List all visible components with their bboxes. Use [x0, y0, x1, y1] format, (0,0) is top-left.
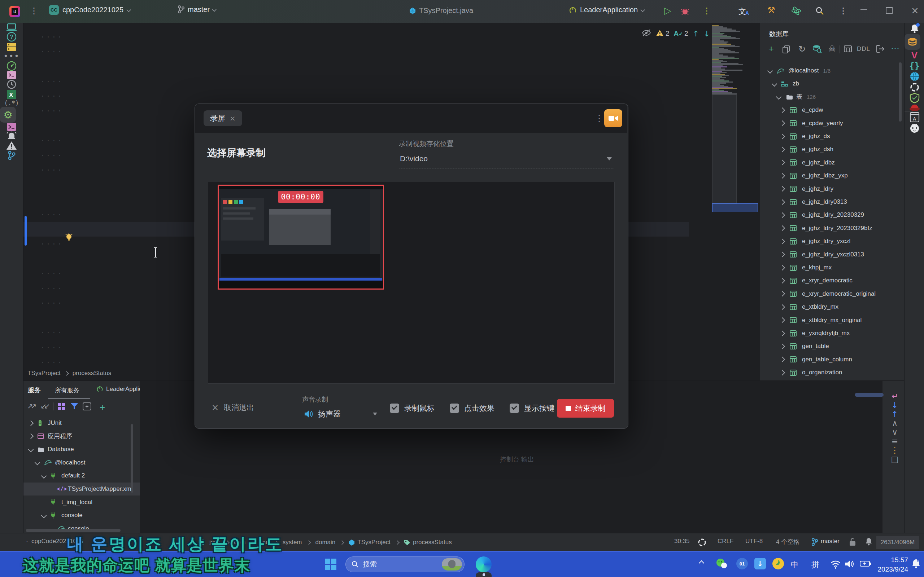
status-path-segment[interactable]: processStatus	[404, 539, 452, 546]
recorder-app-button[interactable]	[604, 109, 622, 127]
vacuum-skull-icon[interactable]: ☠	[828, 44, 836, 53]
dashboard-icon[interactable]	[0, 61, 23, 71]
wechat-tray-icon[interactable]	[716, 558, 728, 571]
code-line[interactable]: 19	[0, 59, 689, 74]
recording-option-checkbox[interactable]: 点击效果	[450, 403, 494, 413]
chevron-right-icon[interactable]	[395, 540, 399, 545]
chevron-right-icon[interactable]	[780, 134, 785, 139]
expand-icon[interactable]: ∧	[886, 419, 904, 428]
ddl-button[interactable]: DDL	[857, 45, 870, 53]
wrap-icon[interactable]: ↵	[886, 392, 904, 401]
chevron-right-icon[interactable]	[780, 199, 785, 205]
clear-icon[interactable]: □	[886, 455, 904, 464]
main-menu-icon[interactable]: ⋮	[30, 6, 38, 16]
indent-setting[interactable]: 4 个空格	[776, 538, 800, 546]
intention-bulb-icon[interactable]	[64, 233, 74, 243]
excel-icon[interactable]: X	[0, 89, 23, 100]
database-search-icon[interactable]	[813, 45, 822, 55]
services-tree-item[interactable]: </>TSysProjectMapper.xml	[23, 482, 140, 495]
chevron-right-icon[interactable]	[307, 540, 311, 545]
regex-icon[interactable]: (.*)	[0, 100, 23, 107]
openai-status-icon[interactable]	[697, 538, 707, 548]
chevron-right-icon[interactable]	[780, 357, 785, 363]
services-tree-item[interactable]: default 2	[23, 469, 140, 482]
database-tree-item[interactable]: e_yxnqldrytjb_mx	[760, 327, 905, 340]
detach-session-icon[interactable]	[876, 45, 884, 54]
minimap-viewport[interactable]	[712, 203, 758, 212]
database-tree-item[interactable]: gen_table_column	[760, 353, 905, 366]
collapse-all-icon[interactable]: ↙↙	[40, 402, 50, 410]
app-logo[interactable]: IJ	[10, 6, 20, 17]
recording-option-checkbox[interactable]: 录制鼠标	[390, 403, 435, 413]
breadcrumb-item[interactable]: TSysProject	[27, 370, 61, 377]
status-path-segment[interactable]: TSysProject	[349, 539, 391, 546]
minimize-button[interactable]	[861, 10, 867, 10]
database-tree-item[interactable]: gen_table	[760, 340, 905, 353]
git-branch-icon[interactable]	[0, 150, 23, 161]
database-tree-item[interactable]: e_jghz_ldbz_yxp	[760, 169, 905, 182]
chevron-down-icon[interactable]	[28, 446, 34, 452]
chevron-down-icon[interactable]	[772, 81, 777, 87]
stop-recording-button[interactable]: 结束录制	[557, 399, 614, 417]
more-icon[interactable]: ⋮	[886, 446, 904, 455]
scroll-up-icon[interactable]: ↑	[886, 410, 904, 419]
maximize-button[interactable]	[886, 7, 893, 14]
minimap[interactable]	[712, 25, 758, 364]
dialog-tab[interactable]: 录屏 ×	[204, 110, 242, 126]
services-tree-item[interactable]: JUnit	[23, 416, 140, 429]
cancel-exit-button[interactable]: × 取消退出	[212, 403, 254, 413]
database-tree-item[interactable]: e_jghz_ldbz	[760, 156, 905, 169]
code-line[interactable]: 18····private String id;	[0, 44, 689, 59]
database-tree-item[interactable]: o_organization	[760, 366, 905, 379]
chevron-down-icon[interactable]	[776, 94, 782, 100]
copy-icon[interactable]	[782, 45, 790, 55]
search-icon[interactable]	[815, 6, 824, 17]
database-tool-icon[interactable]	[905, 34, 921, 50]
prev-problem-icon[interactable]: ↑	[693, 29, 699, 38]
database-tree-item[interactable]: e_jghz_ldry	[760, 182, 905, 195]
database-tree-item[interactable]: e_jghz_ldry_yxczl	[760, 235, 905, 248]
checkbox-checked[interactable]	[450, 403, 459, 413]
chevron-right-icon[interactable]	[780, 121, 785, 126]
pink-check-icon[interactable]: V	[905, 50, 924, 61]
braces-icon[interactable]: {}	[905, 61, 924, 71]
alarm-tray-icon[interactable]: 01	[736, 558, 748, 569]
chevron-down-icon[interactable]	[767, 68, 773, 74]
code-line[interactable]: 17····/** 编号 */	[0, 29, 689, 44]
scrollbar-thumb[interactable]	[899, 62, 901, 121]
warning-icon[interactable]	[0, 141, 23, 150]
database-tree-item[interactable]: e_jghz_ldry_yxczl0313	[760, 248, 905, 261]
search-box[interactable]: 搜索	[346, 556, 465, 572]
services-tree-item[interactable]: 应用程序	[23, 430, 140, 443]
run-button[interactable]: ▷	[664, 5, 671, 16]
collapse-icon[interactable]: ∨	[886, 428, 904, 437]
scrollbar-thumb[interactable]	[131, 424, 133, 493]
dictionary-tray-icon[interactable]	[772, 558, 784, 569]
services-tree-item[interactable]: console	[23, 509, 140, 522]
h-scrollbar-thumb[interactable]	[26, 529, 121, 532]
tab-all-services[interactable]: 所有服务	[55, 386, 79, 395]
code-line[interactable]: 20····/** 项目名称 */	[0, 74, 689, 89]
vcs-widget[interactable]: master	[178, 5, 216, 14]
close-button[interactable]: ×	[911, 5, 919, 16]
chevron-right-icon[interactable]	[780, 107, 785, 113]
caret-position[interactable]: 30:35	[674, 538, 690, 545]
close-tab-icon[interactable]: ×	[229, 114, 236, 122]
chevron-right-icon[interactable]	[780, 173, 785, 179]
database-tree-item[interactable]: e_jghz_ldry0313	[760, 195, 905, 208]
database-panel-title[interactable]: 数据库	[769, 29, 789, 38]
database-tree-item[interactable]: e_cpdw_yearly	[760, 117, 905, 130]
database-tree-item[interactable]: e_jghz_ldry_20230329	[760, 208, 905, 221]
settings-gear-icon[interactable]: ⚙	[0, 107, 16, 122]
chevron-down-icon[interactable]	[41, 513, 47, 518]
typo-count[interactable]: A✓ 2	[674, 29, 688, 37]
file-encoding[interactable]: UTF-8	[745, 538, 762, 545]
atom-plugin-icon[interactable]	[791, 6, 801, 17]
focus-assist-bell-icon[interactable]: z	[911, 558, 921, 571]
add-icon[interactable]: +	[100, 402, 105, 413]
question-icon[interactable]: ?	[0, 32, 23, 42]
breadcrumb-item[interactable]: processStatus	[73, 370, 111, 377]
highlight-off-icon[interactable]	[642, 29, 651, 38]
chevron-right-icon[interactable]	[780, 318, 785, 323]
edge-browser-icon[interactable]	[476, 556, 492, 572]
